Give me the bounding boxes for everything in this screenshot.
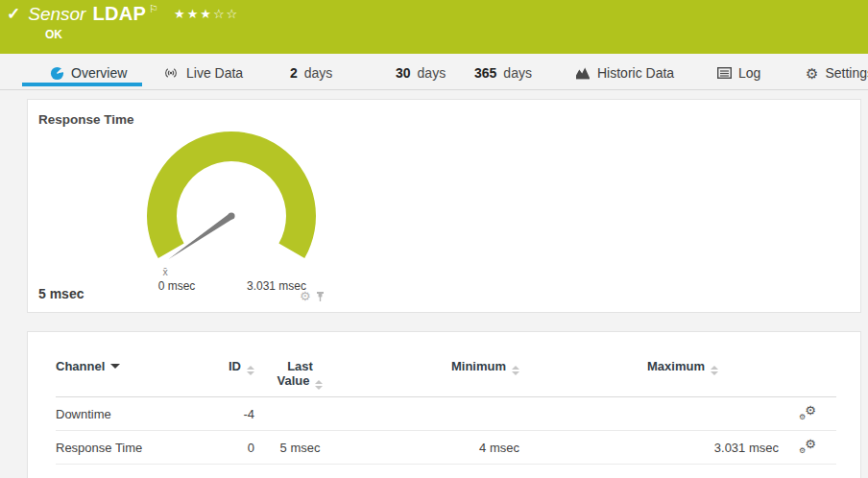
table-row-response-time[interactable]: Response Time 0 5 msec 4 msec 3.031 msec… bbox=[56, 431, 836, 465]
live-data-icon bbox=[162, 66, 180, 80]
column-label: Minimum bbox=[451, 359, 506, 373]
tab-overview[interactable]: Overview bbox=[50, 62, 127, 84]
sort-icon bbox=[247, 366, 254, 375]
gauge-icon bbox=[50, 66, 64, 81]
log-list-icon bbox=[717, 67, 732, 79]
tab-settings[interactable]: ⚙ Settings bbox=[806, 62, 868, 84]
tab-label: Settings bbox=[825, 65, 868, 81]
panel-title: Response Time bbox=[38, 112, 134, 127]
column-header-maximum[interactable]: Maximum bbox=[519, 332, 779, 397]
tab-2-days[interactable]: 2 days bbox=[290, 62, 332, 84]
sensor-header: ✓ Sensor LDAP ⚐ ★★★☆☆ OK bbox=[0, 0, 868, 54]
tab-label: Overview bbox=[71, 65, 127, 81]
sensor-status-badge: OK bbox=[45, 28, 62, 41]
gear-icon: ⚙ bbox=[805, 437, 816, 451]
cell-channel[interactable]: Response Time bbox=[56, 431, 209, 465]
sort-icon bbox=[315, 380, 323, 390]
gauge-max-label: 3.031 msec bbox=[247, 279, 306, 293]
tab-label: Historic Data bbox=[597, 65, 674, 81]
cell-id: -4 bbox=[209, 397, 254, 431]
settings-gear-icon: ⚙ bbox=[806, 66, 818, 81]
column-label: Last bbox=[287, 359, 313, 373]
active-tab-underline bbox=[22, 83, 142, 86]
column-header-last-value[interactable]: Last Value bbox=[254, 332, 346, 397]
column-label: Channel bbox=[56, 359, 105, 373]
gear-icon: ⚙ bbox=[805, 403, 816, 418]
cell-channel[interactable]: Downtime bbox=[56, 397, 209, 431]
gauge-toolbar: ⚙ bbox=[300, 290, 326, 302]
sort-desc-icon bbox=[110, 364, 120, 369]
sensor-title-row: ✓ Sensor LDAP ⚐ ★★★☆☆ bbox=[7, 3, 239, 25]
gauge-current-value: 5 msec bbox=[38, 286, 84, 301]
cell-last-value: 5 msec bbox=[254, 431, 346, 465]
cell-maximum bbox=[519, 397, 779, 431]
gear-icon: ⚙ bbox=[799, 446, 806, 455]
gauge-min-label: 0 msec bbox=[158, 279, 196, 293]
channel-table: Channel ID Last Value Minimum Maximum bbox=[56, 332, 836, 465]
sort-icon bbox=[711, 366, 718, 375]
tab-day-count: 2 bbox=[290, 65, 298, 81]
gear-icon: ⚙ bbox=[799, 413, 806, 421]
table-row-downtime[interactable]: Downtime -4 ⚙ ⚙ bbox=[56, 397, 836, 431]
channel-settings-icon[interactable]: ⚙ ⚙ bbox=[799, 439, 816, 454]
cell-last-value bbox=[254, 397, 346, 431]
column-header-id[interactable]: ID bbox=[209, 332, 254, 397]
sort-icon bbox=[512, 366, 519, 375]
tab-bar: Overview Live Data 2 days 30 days 365 da… bbox=[0, 54, 868, 90]
cell-minimum: 4 msec bbox=[346, 431, 519, 465]
tab-365-days[interactable]: 365 days bbox=[474, 62, 532, 84]
status-ok-check-icon: ✓ bbox=[7, 4, 20, 24]
tab-log[interactable]: Log bbox=[717, 62, 760, 84]
cell-minimum bbox=[346, 397, 519, 431]
tab-live-data[interactable]: Live Data bbox=[162, 62, 243, 84]
priority-stars-rating[interactable]: ★★★☆☆ bbox=[174, 7, 239, 21]
column-header-actions bbox=[779, 332, 836, 397]
channel-settings-icon[interactable]: ⚙ ⚙ bbox=[799, 405, 816, 420]
tab-day-count: 30 bbox=[396, 65, 411, 81]
tab-label: Live Data bbox=[186, 65, 243, 81]
tab-day-unit: days bbox=[503, 65, 532, 81]
channel-table-panel: Channel ID Last Value Minimum Maximum bbox=[27, 331, 861, 478]
pin-icon[interactable] bbox=[315, 291, 326, 302]
response-time-panel: Response Time x̄ 0 msec 3.031 msec 5 mse… bbox=[27, 99, 861, 313]
sensor-name: LDAP bbox=[92, 3, 146, 25]
tab-label: Log bbox=[738, 65, 760, 81]
response-time-gauge: x̄ 0 msec 3.031 msec bbox=[135, 125, 327, 302]
cell-maximum: 3.031 msec bbox=[519, 431, 779, 465]
column-header-channel[interactable]: Channel bbox=[56, 332, 209, 397]
column-label: ID bbox=[229, 359, 241, 373]
tab-day-count: 365 bbox=[474, 65, 496, 81]
tab-historic-data[interactable]: Historic Data bbox=[575, 62, 674, 84]
sensor-type-label: Sensor bbox=[28, 4, 85, 25]
gauge-arc bbox=[147, 131, 316, 258]
historic-chart-icon bbox=[575, 66, 591, 80]
gauge-mean-marker: x̄ bbox=[162, 266, 168, 277]
tab-day-unit: days bbox=[304, 65, 333, 81]
gauge-settings-gear-icon[interactable]: ⚙ bbox=[300, 290, 311, 302]
tab-30-days[interactable]: 30 days bbox=[396, 62, 446, 84]
priority-flag-icon[interactable]: ⚐ bbox=[149, 3, 158, 15]
table-header-row: Channel ID Last Value Minimum Maximum bbox=[56, 332, 836, 397]
column-label: Maximum bbox=[647, 359, 705, 373]
tab-day-unit: days bbox=[418, 65, 446, 81]
column-header-minimum[interactable]: Minimum bbox=[346, 332, 519, 397]
column-label: Value bbox=[277, 373, 310, 388]
cell-id: 0 bbox=[209, 431, 254, 465]
